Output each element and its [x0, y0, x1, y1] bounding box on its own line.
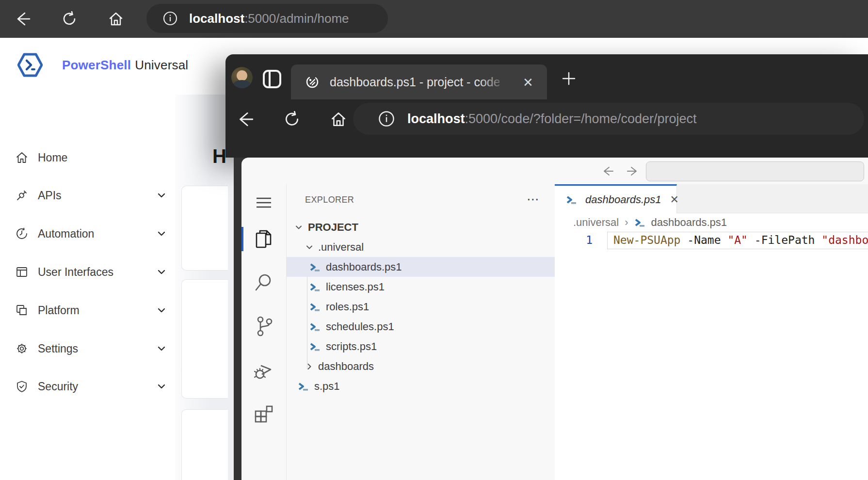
- back-arrow-icon: [15, 11, 31, 27]
- home-icon: [330, 111, 347, 128]
- sidebar-item-apis[interactable]: APIs: [15, 185, 168, 206]
- refresh-button[interactable]: [281, 108, 303, 130]
- refresh-button[interactable]: [58, 8, 80, 30]
- url-host: localhost: [407, 112, 465, 126]
- sidebar-item-automation[interactable]: Automation: [15, 223, 168, 244]
- explorer-header: EXPLORER ⋯: [287, 192, 555, 208]
- code-token-string: "dashboards.ps1": [821, 234, 868, 246]
- vscode-titlebar: [241, 158, 868, 184]
- brand-secondary: Universal: [135, 58, 188, 72]
- editor-tab-dashboards[interactable]: dashboards.ps1 ✕: [555, 184, 677, 213]
- refresh-icon: [62, 11, 77, 27]
- code-server-nav-bar: localhost:5000/code/?folder=/home/coder/…: [225, 99, 868, 139]
- gear-icon: [15, 342, 29, 355]
- tree-file-licenses[interactable]: licenses.ps1: [287, 277, 555, 297]
- url-host: localhost: [189, 11, 244, 26]
- code-line-text: New-PSUApp -Name "A" -FilePath "dashboar…: [613, 234, 868, 246]
- sidebar-item-label: APIs: [38, 189, 62, 202]
- browser-tab-title: dashboards.ps1 - project - code-s: [330, 75, 499, 89]
- sidebar-item-label: Home: [38, 151, 67, 164]
- site-info-icon[interactable]: [377, 110, 396, 128]
- explorer-title: EXPLORER: [305, 195, 354, 205]
- home-button[interactable]: [327, 108, 350, 130]
- home-button[interactable]: [105, 8, 127, 30]
- url-text: localhost:5000/admin/home: [189, 11, 349, 26]
- tree-folder-dashboards[interactable]: dashboards: [287, 356, 555, 376]
- browser-toolbar: localhost:5000/admin/home: [0, 0, 868, 38]
- editor-forward-icon[interactable]: [627, 164, 641, 178]
- new-tab-button[interactable]: [559, 69, 579, 88]
- code-server-browser-chrome: dashboards.ps1 - project - code-s ✕ loca…: [225, 54, 868, 158]
- vscode-workbench: EXPLORER ⋯ PROJECT .universal: [241, 158, 868, 480]
- code-token-function: New-PSUApp: [613, 234, 680, 246]
- sidebar-item-settings[interactable]: Settings: [15, 338, 168, 359]
- tab-search-toggle-icon[interactable]: [262, 69, 282, 89]
- breadcrumb-folder[interactable]: .universal: [573, 216, 619, 229]
- search-activity-icon[interactable]: [241, 268, 286, 298]
- tree-file-schedules[interactable]: schedules.ps1: [287, 317, 555, 336]
- powershell-hexagon-icon: [17, 51, 43, 79]
- tree-section-label: PROJECT: [308, 221, 358, 234]
- tree-folder-universal[interactable]: .universal: [287, 237, 555, 257]
- page-title: H: [212, 145, 226, 167]
- browser-tab[interactable]: dashboards.ps1 - project - code-s ✕: [291, 64, 547, 99]
- vscode-window-frame: EXPLORER ⋯ PROJECT .universal: [234, 158, 868, 480]
- tree-file-label: s.ps1: [314, 380, 340, 393]
- tab-close-icon[interactable]: ✕: [520, 74, 536, 91]
- tree-section-project[interactable]: PROJECT: [287, 217, 555, 237]
- chevron-down-icon[interactable]: [156, 267, 167, 277]
- back-button[interactable]: [12, 8, 34, 30]
- sidebar-item-label: User Interfaces: [38, 266, 113, 279]
- breadcrumb-file[interactable]: dashboards.ps1: [651, 216, 727, 229]
- url-text: localhost:5000/code/?folder=/home/coder/…: [407, 112, 697, 127]
- tab-title-fade: [479, 73, 513, 93]
- code-token-param: -FilePath: [748, 234, 821, 246]
- menu-hamburger-icon[interactable]: [241, 193, 286, 212]
- tree-file-scripts[interactable]: scripts.ps1: [287, 336, 555, 356]
- site-info-icon[interactable]: [162, 10, 178, 27]
- run-debug-activity-icon[interactable]: [241, 355, 286, 385]
- more-actions-icon[interactable]: ⋯: [527, 192, 540, 207]
- profile-avatar[interactable]: [231, 67, 253, 88]
- chevron-down-icon[interactable]: [156, 190, 167, 201]
- command-center-search[interactable]: [646, 161, 864, 181]
- back-button[interactable]: [234, 108, 257, 130]
- sidebar-item-home[interactable]: Home: [15, 147, 168, 168]
- home-icon: [15, 151, 29, 164]
- psu-card: [181, 409, 228, 480]
- sidebar-item-label: Platform: [38, 304, 80, 317]
- address-bar[interactable]: localhost:5000/code/?folder=/home/coder/…: [353, 103, 864, 135]
- powershell-file-icon: [297, 381, 309, 392]
- tree-file-s[interactable]: s.ps1: [287, 376, 555, 396]
- powershell-file-icon: [309, 341, 321, 352]
- source-control-activity-icon[interactable]: [241, 311, 286, 341]
- refresh-icon: [284, 111, 300, 128]
- explorer-activity-icon[interactable]: [241, 224, 286, 254]
- chevron-down-icon[interactable]: [156, 305, 167, 316]
- powershell-file-icon: [309, 321, 321, 333]
- chevron-right-icon: [304, 361, 315, 372]
- chevron-down-icon[interactable]: [156, 228, 167, 239]
- line-number: 1: [578, 234, 593, 246]
- tab-close-icon[interactable]: ✕: [670, 193, 679, 206]
- editor-group: dashboards.ps1 ✕ .universal › dashboards…: [555, 184, 868, 480]
- chevron-down-icon[interactable]: [156, 381, 167, 392]
- url-path: :5000/code/?folder=/home/coder/project: [465, 112, 697, 126]
- code-token-string: "A": [727, 234, 748, 246]
- address-bar[interactable]: localhost:5000/admin/home: [146, 4, 388, 33]
- window-layout-icon: [15, 266, 29, 278]
- editor-back-icon[interactable]: [599, 164, 614, 178]
- sidebar-item-platform[interactable]: Platform: [15, 300, 168, 321]
- editor-tabstrip: dashboards.ps1 ✕: [555, 184, 868, 213]
- tree-file-dashboards[interactable]: dashboards.ps1: [287, 257, 555, 277]
- avatar-shirt: [233, 80, 251, 88]
- chevron-down-icon[interactable]: [156, 343, 167, 354]
- chevron-down-icon: [293, 222, 304, 233]
- extensions-activity-icon[interactable]: [241, 399, 286, 429]
- sidebar-item-user-interfaces[interactable]: User Interfaces: [15, 261, 168, 283]
- tree-file-label: schedules.ps1: [326, 320, 394, 333]
- code-editor[interactable]: 1 New-PSUApp -Name "A" -FilePath "dashbo…: [555, 232, 868, 249]
- tree-file-roles[interactable]: roles.ps1: [287, 297, 555, 317]
- psu-card: [181, 186, 228, 271]
- sidebar-item-security[interactable]: Security: [15, 376, 168, 397]
